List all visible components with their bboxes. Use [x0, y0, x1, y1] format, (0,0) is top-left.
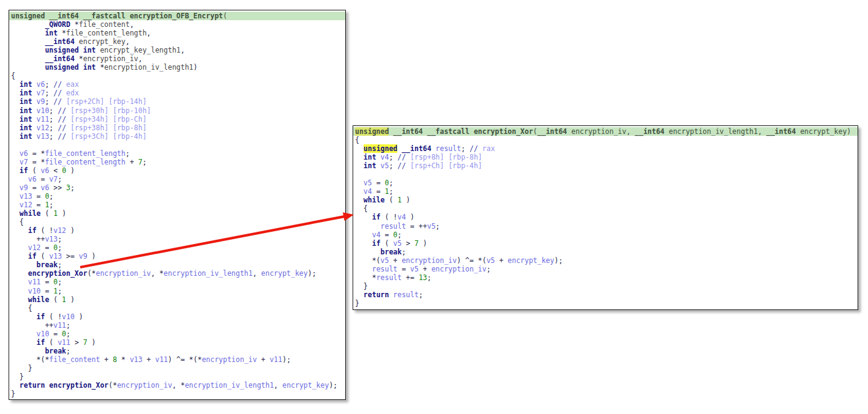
code-line[interactable]: ++v13;: [11, 235, 345, 243]
code-line[interactable]: break;: [355, 248, 858, 256]
code-line[interactable]: *(*file_content + 8 * v13 + v11) ^= *(*e…: [11, 355, 345, 364]
code-line[interactable]: result = v5 + encryption_iv;: [355, 265, 858, 273]
code-line[interactable]: ++v11;: [11, 321, 345, 330]
code-token: (*: [108, 381, 117, 390]
code-line[interactable]: return result;: [355, 290, 858, 299]
code-line[interactable]: *(v5 + encryption_iv) ^= *(v5 + encrypt_…: [355, 256, 858, 265]
code-line[interactable]: int v9; // [rsp+2Ch] [rbp-14h]: [11, 97, 345, 106]
code-line[interactable]: while ( 1 ): [11, 295, 345, 304]
code-token: ( !: [37, 226, 54, 235]
code-line[interactable]: int v13; // [rsp+3Ch] [rbp-4h]: [11, 132, 345, 141]
pseudocode-panel-left[interactable]: unsigned __int64 __fastcall encryption_O…: [9, 10, 346, 400]
code-token: encryption_iv_length1: [104, 63, 193, 72]
code-token: int: [20, 115, 32, 124]
code-line[interactable]: unsigned int *encryption_iv_length1): [11, 63, 345, 72]
code-line[interactable]: v10 = 0;: [11, 330, 345, 338]
code-token: [rsp+Ch] [rbp-4h]: [406, 161, 482, 170]
code-line[interactable]: int v5; // [rsp+Ch] [rbp-4h]: [355, 161, 858, 170]
code-token: ;: [49, 106, 58, 115]
code-token: v6: [41, 183, 50, 192]
code-line[interactable]: v4 = 1;: [355, 187, 858, 196]
code-token: , *: [172, 381, 185, 390]
code-line[interactable]: }: [11, 390, 345, 398]
code-line[interactable]: int v11; // [rsp+34h] [rbp-Ch]: [11, 115, 345, 124]
code-line[interactable]: if ( v13 >= v9 ): [11, 252, 345, 261]
code-line[interactable]: if ( !v12 ): [11, 226, 345, 235]
code-token: [11, 381, 20, 390]
code-token: int: [20, 106, 32, 115]
code-line[interactable]: encryption_Xor(*encryption_iv, *encrypti…: [11, 269, 345, 278]
code-line[interactable]: int v4; // [rsp+8h] [rbp-8h]: [355, 153, 858, 161]
code-line[interactable]: __int64 *encryption_iv,: [11, 54, 345, 63]
code-token: ): [88, 252, 96, 261]
code-line[interactable]: v5 = 0;: [355, 179, 858, 187]
code-line[interactable]: v13 = 0;: [11, 192, 345, 201]
code-line[interactable]: v10 = 1;: [11, 287, 345, 295]
code-line[interactable]: if ( !v10 ): [11, 312, 345, 321]
code-line[interactable]: _QWORD *file_content,: [11, 20, 345, 29]
code-line[interactable]: int *file_content_length,: [11, 29, 345, 37]
code-token: v4: [364, 187, 372, 196]
code-token: ;: [419, 290, 423, 299]
code-line[interactable]: {: [355, 204, 858, 213]
code-line[interactable]: v9 = v6 >> 3;: [11, 183, 345, 192]
code-token: while: [28, 295, 50, 304]
code-line[interactable]: [11, 141, 345, 149]
code-line[interactable]: int v6; // eax: [11, 80, 345, 89]
code-line[interactable]: {: [11, 304, 345, 312]
code-token: *: [75, 54, 83, 63]
code-token: [355, 265, 372, 273]
code-line[interactable]: while ( 1 ): [355, 196, 858, 204]
code-token: [32, 80, 37, 89]
pseudocode-panel-right[interactable]: unsigned __int64 __fastcall encryption_X…: [353, 125, 858, 310]
code-line[interactable]: v7 = *file_content_length + 7;: [11, 158, 345, 166]
code-line[interactable]: v11 = 0;: [11, 278, 345, 286]
code-line[interactable]: if ( v6 < 0 ): [11, 166, 345, 175]
code-token: [11, 175, 28, 183]
code-line[interactable]: int v10; // [rsp+30h] [rbp-10h]: [11, 106, 345, 115]
code-token: [11, 312, 37, 321]
code-token: [rsp+38h] [rbp-8h]: [66, 124, 147, 132]
code-token: encryption_iv: [571, 127, 626, 136]
code-line[interactable]: int v7; // edx: [11, 89, 345, 97]
code-line[interactable]: int v12; // [rsp+38h] [rbp-8h]: [11, 124, 345, 132]
code-line[interactable]: result = ++v5;: [355, 222, 858, 231]
code-line[interactable]: v6 = *file_content_length;: [11, 149, 345, 158]
code-token: ,: [253, 269, 261, 278]
code-line[interactable]: }: [355, 299, 858, 308]
code-line[interactable]: {: [11, 72, 345, 80]
code-line[interactable]: {: [355, 136, 858, 144]
code-line[interactable]: {: [11, 218, 345, 226]
code-line[interactable]: }: [11, 364, 345, 372]
code-line[interactable]: if ( !v4 ): [355, 213, 858, 221]
code-token: {: [355, 204, 368, 213]
code-line[interactable]: break;: [11, 261, 345, 269]
code-line[interactable]: if ( v11 > 7 ): [11, 338, 345, 347]
code-line[interactable]: *result += 13;: [355, 273, 858, 282]
code-token: [rsp+8h] [rbp-8h]: [406, 153, 482, 161]
code-line[interactable]: v12 = 0;: [11, 243, 345, 252]
code-line[interactable]: v4 = 0;: [355, 231, 858, 239]
code-line[interactable]: }: [11, 372, 345, 381]
code-token: v5: [381, 256, 389, 265]
code-line[interactable]: unsigned __int64 __fastcall encryption_O…: [9, 12, 345, 20]
code-line[interactable]: v6 = v7;: [11, 175, 345, 183]
code-line[interactable]: while ( 1 ): [11, 209, 345, 218]
code-line[interactable]: unsigned int encrypt_key_length1,: [11, 46, 345, 54]
code-token: unsigned: [45, 46, 78, 54]
code-line[interactable]: break;: [11, 347, 345, 355]
code-line[interactable]: [355, 170, 858, 179]
code-line[interactable]: unsigned __int64 result; // rax: [355, 144, 858, 153]
code-line[interactable]: return encryption_Xor(*encryption_iv, *e…: [11, 381, 345, 390]
code-token: [355, 153, 364, 161]
code-line[interactable]: __int64 encrypt_key,: [11, 37, 345, 46]
code-token: 7: [414, 239, 419, 248]
code-line[interactable]: if ( v5 > 7 ): [355, 239, 858, 248]
code-line[interactable]: unsigned __int64 __fastcall encryption_X…: [353, 127, 858, 136]
code-line[interactable]: v12 = 1;: [11, 201, 345, 209]
code-token: v9: [79, 252, 88, 261]
code-line[interactable]: }: [355, 282, 858, 290]
code-token: ,: [758, 127, 766, 136]
code-token: (: [381, 239, 394, 248]
code-token: [11, 278, 28, 286]
